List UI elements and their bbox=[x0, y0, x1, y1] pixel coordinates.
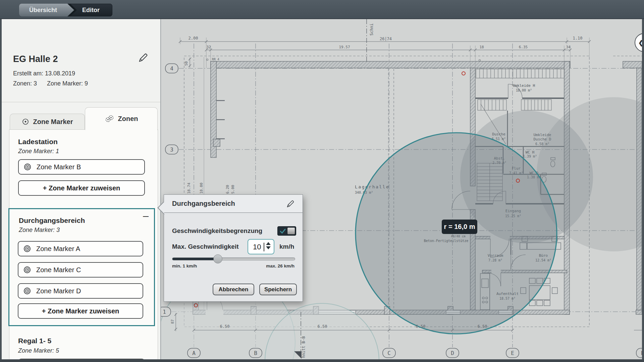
edit-title-icon[interactable] bbox=[138, 52, 149, 63]
tab-zone-marker[interactable]: Zone Marker bbox=[10, 114, 85, 129]
zone-section-durchgangsbereich-selected[interactable]: Durchgangsbereich Zone Marker: 3 – Zone … bbox=[8, 208, 155, 326]
dim-label: 87 bbox=[170, 319, 175, 324]
dim-label: 26|74 bbox=[380, 37, 392, 41]
collapse-section-button[interactable]: – bbox=[143, 211, 149, 221]
edit-zone-button[interactable] bbox=[286, 199, 295, 208]
zones-icon bbox=[105, 115, 114, 123]
dim-label: 6.50 bbox=[416, 324, 426, 329]
dim-label: 6.35 bbox=[519, 45, 528, 49]
zone-marker-button-b[interactable]: Zone Marker B bbox=[18, 159, 145, 175]
zones-panel: Ladestation Zone Marker: 1 Zone Marker B… bbox=[9, 129, 158, 359]
wall-label: RR 4 bbox=[212, 58, 219, 61]
max-speed-value: 10 bbox=[253, 243, 261, 251]
zone-section-subtitle: Zone Marker: 5 bbox=[18, 347, 59, 354]
cancel-button[interactable]: Abbrechen bbox=[213, 284, 254, 295]
max-speed-input[interactable]: 10 bbox=[248, 239, 274, 254]
floor-plan-canvas[interactable]: Lagerhalle 340.63 m² Umkleide H 18.00 m²… bbox=[161, 19, 642, 359]
dim-label: 18.74 bbox=[187, 183, 191, 194]
axis-label: A bbox=[192, 350, 196, 356]
dim-label: 34 bbox=[566, 45, 571, 49]
axis-label: 1 bbox=[163, 309, 166, 315]
axis-label: 3 bbox=[170, 146, 173, 153]
dim-label: 18 bbox=[479, 45, 484, 49]
target-icon bbox=[23, 265, 32, 274]
target-icon bbox=[23, 163, 32, 171]
zone-section-subtitle: Zone Marker: 1 bbox=[18, 148, 59, 155]
created-date: Erstellt am: 13.08.2019 bbox=[13, 70, 75, 77]
dim-label: 1.10 bbox=[573, 36, 583, 41]
page-title: EG Halle 2 bbox=[13, 54, 58, 64]
zone-section-subtitle: Zone Marker: 3 bbox=[19, 227, 60, 234]
breadcrumb-uebersicht-tab[interactable]: Übersicht bbox=[19, 4, 74, 16]
max-speed-label: Max. Geschwindigkeit bbox=[172, 243, 239, 250]
stepper-up-icon[interactable] bbox=[266, 242, 271, 245]
column-note: 40/40 cm bbox=[451, 235, 465, 238]
column-note: Beton-Fertigteilstütze bbox=[424, 239, 468, 243]
dim-label: 32 bbox=[206, 45, 211, 49]
toggle-knob bbox=[287, 227, 295, 235]
assign-marker-button[interactable]: + Zone Marker zuweisen bbox=[18, 303, 143, 319]
slider-min-label: min. 1 km/h bbox=[172, 263, 197, 268]
room-label: Umkleide H bbox=[513, 83, 535, 88]
dim-label: 18.00 bbox=[199, 183, 204, 194]
zone-marker-label: Zone Marker A bbox=[36, 245, 80, 253]
zone-marker-label: Zone Marker D bbox=[36, 287, 81, 295]
zone-marker-button-a[interactable]: Zone Marker A bbox=[18, 241, 143, 256]
zone-marker-label: Zone Marker C bbox=[36, 266, 81, 274]
save-button[interactable]: Speichern bbox=[259, 284, 297, 295]
dim-label: 6.20 bbox=[225, 185, 230, 194]
tab-zonen[interactable]: Zonen bbox=[85, 107, 158, 130]
markers-count: Zone Marker: 9 bbox=[47, 80, 88, 87]
zones-count: Zonen: 3 bbox=[13, 80, 37, 87]
floor-plan-drawing: Lagerhalle 340.63 m² Umkleide H 18.00 m²… bbox=[161, 19, 642, 359]
tab-label: Zonen bbox=[118, 115, 138, 123]
speed-slider-thumb[interactable] bbox=[213, 254, 222, 263]
room-area: 18.00 m² bbox=[516, 88, 532, 92]
speed-limit-toggle-label: Geschwindigkeitsbegrenzung bbox=[172, 227, 262, 235]
axis-label: C bbox=[387, 350, 391, 356]
window-frame-right bbox=[642, 19, 644, 362]
zone-marker-button-d[interactable]: Zone Marker D bbox=[18, 283, 143, 299]
speed-unit: km/h bbox=[279, 243, 294, 250]
target-icon bbox=[23, 244, 32, 253]
dim-label: 19.57 bbox=[339, 45, 350, 49]
check-icon bbox=[279, 228, 286, 235]
divider bbox=[2, 102, 160, 102]
assign-marker-label: + Zone Marker zuweisen bbox=[42, 307, 119, 315]
window-frame-bottom bbox=[0, 359, 644, 362]
dim-label: 5.00 bbox=[231, 185, 235, 194]
speed-limit-toggle[interactable] bbox=[277, 226, 296, 236]
slider-max-label: max. 26 km/h bbox=[266, 263, 294, 268]
speed-stepper[interactable] bbox=[266, 242, 271, 252]
tab-label: Zone Marker bbox=[33, 118, 73, 126]
pencil-icon bbox=[286, 199, 295, 208]
zone-marker-button-c[interactable]: Zone Marker C bbox=[18, 262, 143, 278]
breadcrumb: Übersicht Editor bbox=[19, 4, 112, 16]
sidebar: EG Halle 2 Erstellt am: 13.08.2019 Zonen… bbox=[2, 19, 161, 359]
axis-label: E bbox=[511, 350, 514, 356]
speed-slider-fill bbox=[172, 258, 218, 260]
zone-marker-icon bbox=[22, 118, 29, 125]
axis-label: B bbox=[254, 350, 257, 356]
section-label: Schni bbox=[369, 23, 374, 36]
zone-counts: Zonen: 3Zone Marker: 9 bbox=[13, 80, 98, 87]
breadcrumb-editor-label[interactable]: Editor bbox=[82, 4, 100, 16]
speed-slider-track[interactable] bbox=[172, 257, 295, 260]
assign-marker-button[interactable]: + Zone Marker zuweisen bbox=[18, 180, 145, 196]
zone-marker-label: Zone Marker B bbox=[37, 163, 81, 171]
dim-label: 2.00 bbox=[189, 36, 198, 41]
pencil-icon bbox=[138, 52, 149, 63]
zone-marker-point[interactable] bbox=[462, 72, 465, 75]
stepper-down-icon[interactable] bbox=[266, 246, 271, 249]
dim-label: 6.50 bbox=[478, 324, 487, 329]
axis-label: 4 bbox=[170, 65, 173, 72]
radius-badge-label: r = 16,0 m bbox=[444, 223, 475, 230]
target-icon bbox=[23, 287, 32, 295]
popup-header: Durchgangsbereich bbox=[164, 195, 303, 213]
top-bar: Übersicht Editor bbox=[0, 0, 644, 19]
dim-label: 50 bbox=[184, 61, 189, 66]
axis-label: D bbox=[451, 350, 454, 356]
chevron-left-icon: ❮ bbox=[638, 39, 642, 47]
zone-section-title: Durchgangsbereich bbox=[19, 217, 85, 225]
popup-title: Durchgangsbereich bbox=[172, 200, 235, 207]
